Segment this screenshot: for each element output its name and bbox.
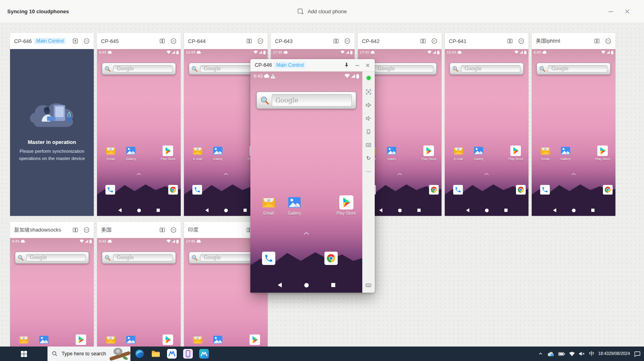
back-button[interactable]	[118, 208, 122, 212]
google-search-field[interactable]: Google	[374, 65, 433, 72]
chrome-app-icon[interactable]	[168, 185, 178, 195]
playstore-app-icon[interactable]: Play Store	[595, 146, 610, 161]
collapse-icon[interactable]	[83, 227, 90, 233]
home-button[interactable]	[572, 209, 576, 212]
chrome-app-icon[interactable]	[603, 185, 613, 195]
onedrive-icon[interactable]: i	[547, 351, 554, 357]
phone-app-icon[interactable]	[192, 185, 202, 195]
gallery-app-icon[interactable]: Gallery	[287, 195, 301, 215]
gallery-app-icon[interactable]: Gallery	[126, 146, 136, 161]
playstore-app-icon[interactable]: Play Store	[161, 146, 175, 161]
cloudphone-app-icon[interactable]	[167, 349, 177, 359]
phone-screen[interactable]: 12:43 Google @	[445, 49, 528, 216]
recents-button[interactable]	[244, 209, 247, 212]
search-input[interactable]	[61, 351, 107, 357]
dual-phone-icon[interactable]	[72, 227, 78, 233]
phone-tool-app-icon[interactable]	[183, 349, 193, 359]
refresh-icon[interactable]: ↻	[365, 155, 372, 161]
dual-phone-icon[interactable]	[594, 38, 600, 44]
dual-phone-icon[interactable]	[420, 38, 426, 44]
cloudphone-card[interactable]: 新加坡shadowsocks 6:43	[10, 222, 94, 361]
cloudsync-app-icon[interactable]	[199, 349, 209, 359]
back-button[interactable]	[205, 208, 208, 212]
minimize-button[interactable]	[608, 8, 614, 14]
gallery-app-icon[interactable]: Galeri	[386, 146, 397, 161]
screenshot-icon[interactable]	[365, 88, 372, 95]
collapse-icon[interactable]	[170, 227, 177, 233]
google-search-widget[interactable]: Google	[450, 63, 524, 75]
google-search-field[interactable]: Google	[461, 65, 520, 72]
email-app-icon[interactable]: @ Email	[105, 146, 116, 161]
playstore-app-icon[interactable]: Play Store	[508, 146, 523, 161]
dual-phone-icon[interactable]	[246, 38, 252, 44]
dual-phone-icon[interactable]	[159, 38, 165, 44]
window-minimize-button[interactable]	[355, 63, 360, 68]
collapse-icon[interactable]	[605, 38, 611, 44]
action-center-icon[interactable]	[634, 351, 641, 357]
ime-indicator[interactable]: 中	[589, 350, 594, 357]
google-search-widget[interactable]: Google	[102, 63, 176, 75]
home-button[interactable]	[304, 283, 309, 287]
taskbar-clock[interactable]: 18:43 29/08/2024	[598, 351, 630, 356]
back-button[interactable]	[553, 208, 556, 212]
google-search-widget[interactable]: Google	[256, 92, 356, 109]
home-button[interactable]	[224, 209, 228, 212]
phone-app-icon[interactable]	[453, 185, 463, 195]
email-app-icon[interactable]: @ Email	[262, 195, 276, 215]
google-search-field[interactable]: Google	[113, 254, 173, 261]
dual-phone-icon[interactable]	[333, 38, 339, 44]
dual-phone-icon[interactable]	[159, 227, 165, 233]
keyboard-icon[interactable]	[365, 282, 372, 288]
collapse-icon[interactable]	[344, 38, 351, 44]
collapse-icon[interactable]	[83, 38, 90, 44]
battery-tray-icon[interactable]	[558, 352, 565, 356]
recents-button[interactable]	[331, 283, 335, 287]
gallery-app-icon[interactable]: Galerij	[473, 146, 484, 161]
google-search-field[interactable]: Google	[272, 94, 352, 107]
home-button[interactable]	[137, 209, 141, 212]
phone-app-icon[interactable]	[105, 185, 115, 195]
phone-app-icon[interactable]	[262, 252, 275, 265]
home-button[interactable]	[398, 209, 402, 212]
master-control-window[interactable]: CP-646 Main Control 6:43	[250, 59, 375, 293]
recents-button[interactable]	[504, 209, 508, 212]
window-titlebar[interactable]: CP-646 Main Control	[250, 59, 375, 72]
cloudphone-card[interactable]: 美国 6:43	[97, 222, 181, 361]
gallery-app-icon[interactable]: Galerij	[213, 146, 223, 161]
google-search-field[interactable]: Google	[113, 65, 173, 72]
phone-app-icon[interactable]	[540, 185, 550, 195]
open-window-icon[interactable]	[72, 38, 78, 44]
dual-phone-icon[interactable]	[507, 38, 513, 44]
recents-button[interactable]	[157, 209, 160, 212]
file-explorer-icon[interactable]	[151, 349, 161, 359]
resolution-icon[interactable]: HD	[365, 142, 372, 148]
cloudphone-card[interactable]: CP-641 12:43	[445, 33, 528, 216]
edge-icon[interactable]	[134, 349, 145, 359]
google-search-widget[interactable]: Google	[15, 252, 89, 264]
google-search-widget[interactable]: Google	[537, 63, 611, 75]
phone-screen[interactable]: 6:43 Google @	[97, 49, 181, 216]
volume-up-icon[interactable]	[365, 102, 372, 108]
recents-button[interactable]	[591, 209, 594, 212]
chrome-app-icon[interactable]	[324, 252, 338, 265]
volume-muted-icon[interactable]	[579, 351, 585, 356]
playstore-app-icon[interactable]: Play Store	[421, 146, 436, 161]
chrome-app-icon[interactable]	[429, 185, 439, 195]
add-cloud-phone-button[interactable]: Add cloud phone	[0, 8, 644, 15]
cloudphone-card[interactable]: CP-646 Main Control	[10, 33, 94, 216]
phone-screen[interactable]: 6:43 Google @	[10, 238, 94, 361]
close-button[interactable]	[624, 8, 630, 14]
tray-chevron-up-icon[interactable]	[538, 351, 543, 356]
volume-down-icon[interactable]	[365, 115, 372, 121]
email-app-icon[interactable]: @ Email	[540, 146, 551, 161]
master-phone-screen[interactable]: 6:43 Google	[250, 72, 362, 293]
back-button[interactable]	[379, 208, 382, 212]
cloudphone-card[interactable]: CP-645 6:43	[97, 33, 181, 216]
google-search-widget[interactable]: Google	[102, 252, 176, 264]
back-button[interactable]	[466, 208, 469, 212]
google-search-field[interactable]: Google	[26, 254, 86, 261]
cloudphone-card[interactable]: 美国iphtml 6:43	[532, 33, 615, 216]
collapse-icon[interactable]	[257, 38, 264, 44]
phone-screen[interactable]: 6:43 Google @	[97, 238, 181, 361]
gallery-app-icon[interactable]: Gallery	[560, 146, 571, 161]
